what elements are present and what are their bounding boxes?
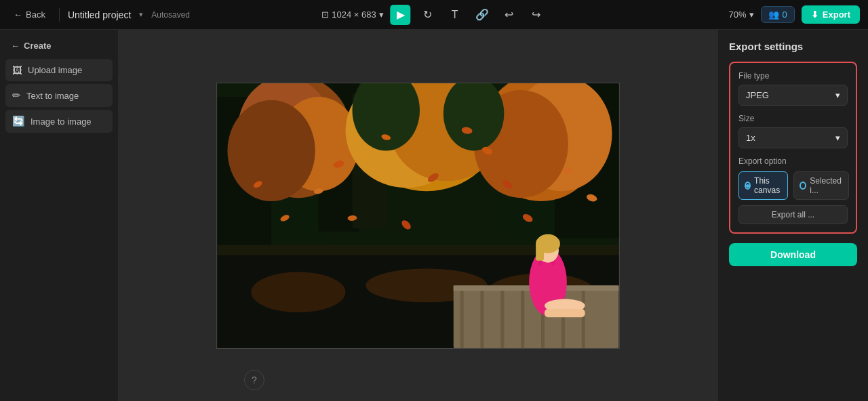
upload-image-label: Upload image — [28, 65, 82, 75]
canvas-image[interactable] — [216, 83, 620, 349]
create-back-icon: ← — [11, 41, 20, 51]
rotate-icon: ↻ — [423, 8, 432, 21]
file-type-label: File type — [738, 71, 848, 81]
sidebar: ← Create 🖼 Upload image ✏ Text to image … — [0, 30, 119, 401]
export-label: Export — [823, 9, 850, 20]
selected-label: Selected i... — [810, 176, 843, 195]
file-type-chevron-icon: ▾ — [835, 90, 840, 100]
create-label: Create — [24, 41, 51, 51]
link-icon: 🔗 — [475, 8, 489, 21]
play-tool-button[interactable]: ▶ — [391, 5, 411, 25]
resize-icon: ⊡ — [321, 9, 329, 20]
export-all-label: Export all ... — [772, 210, 814, 219]
export-option-label: Export option — [738, 156, 848, 166]
text-icon: T — [452, 9, 458, 21]
size-value: 1x — [746, 133, 755, 143]
zoom-control[interactable]: 70% ▾ — [729, 9, 754, 20]
topbar-right: 70% ▾ 👥 0 ⬇ Export — [729, 5, 860, 24]
image-to-image-label: Image to image — [31, 117, 92, 127]
collab-count: 0 — [783, 9, 787, 20]
size-label: Size — [738, 114, 848, 123]
export-button[interactable]: ⬇ Export — [802, 5, 860, 24]
autosaved-status: Autosaved — [151, 10, 190, 20]
export-panel: ➜ Export settings File type JPEG ▾ Size … — [717, 30, 868, 401]
topbar: ← Back Untitled project ▾ Autosaved ⊡ 10… — [0, 0, 868, 30]
undo-button[interactable]: ↩ — [499, 5, 519, 25]
file-type-value: JPEG — [746, 90, 769, 100]
svg-rect-27 — [460, 291, 464, 348]
canvas-svg — [217, 83, 619, 348]
text-to-image-label: Text to image — [26, 91, 79, 101]
upload-image-icon: 🖼 — [12, 64, 22, 76]
collab-icon: 👥 — [768, 9, 779, 20]
file-type-select[interactable]: JPEG ▾ — [738, 85, 848, 106]
image-to-image-icon: 🔄 — [12, 115, 25, 127]
size-chevron-icon: ▾ — [835, 133, 840, 143]
svg-rect-42 — [536, 243, 544, 260]
export-option-row: This canvas Selected i... — [738, 171, 848, 200]
size-select[interactable]: 1x ▾ — [738, 127, 848, 148]
canvas-chevron-icon: ▾ — [379, 9, 384, 20]
zoom-chevron-icon: ▾ — [749, 9, 754, 20]
rotate-tool-button[interactable]: ↻ — [418, 5, 438, 25]
export-panel-title: Export settings — [729, 41, 857, 52]
svg-rect-29 — [500, 291, 504, 348]
topbar-center: ⊡ 1024 × 683 ▾ ▶ ↻ T 🔗 ↩ ↪ — [321, 5, 546, 25]
this-canvas-radio — [745, 182, 751, 190]
svg-point-11 — [227, 100, 315, 200]
collab-button[interactable]: 👥 0 — [761, 6, 795, 23]
sidebar-section-create: ← Create — [5, 37, 113, 55]
play-icon: ▶ — [397, 8, 405, 21]
this-canvas-label: This canvas — [754, 176, 782, 195]
download-label: Download — [770, 249, 816, 260]
link-tool-button[interactable]: 🔗 — [472, 5, 492, 25]
back-label: Back — [26, 9, 45, 20]
export-settings-section: File type JPEG ▾ Size 1x ▾ Export option… — [729, 62, 857, 234]
redo-icon: ↪ — [532, 8, 540, 21]
text-to-image-icon: ✏ — [12, 89, 21, 102]
sidebar-item-image-to-image[interactable]: 🔄 Image to image — [5, 110, 113, 133]
zoom-level: 70% — [729, 9, 747, 20]
back-button[interactable]: ← Back — [8, 7, 51, 22]
svg-rect-36 — [545, 309, 585, 317]
undo-icon: ↩ — [505, 8, 513, 21]
selected-radio — [800, 182, 806, 190]
svg-point-22 — [251, 272, 345, 312]
project-name[interactable]: Untitled project — [68, 9, 131, 20]
help-icon: ? — [252, 375, 257, 385]
svg-rect-33 — [582, 291, 585, 348]
export-all-button[interactable]: Export all ... — [738, 205, 848, 224]
canvas-area[interactable]: ? — [119, 30, 717, 401]
project-chevron-icon[interactable]: ▾ — [139, 10, 143, 19]
divider — [59, 8, 60, 22]
canvas-dimensions: 1024 × 683 — [332, 9, 376, 20]
this-canvas-option[interactable]: This canvas — [738, 171, 788, 200]
svg-rect-28 — [481, 291, 484, 348]
text-tool-button[interactable]: T — [445, 5, 465, 25]
redo-button[interactable]: ↪ — [526, 5, 547, 25]
back-arrow-icon: ← — [14, 9, 22, 20]
selected-items-option[interactable]: Selected i... — [793, 171, 849, 200]
help-button[interactable]: ? — [244, 370, 264, 390]
svg-rect-30 — [521, 291, 524, 348]
sidebar-item-text-to-image[interactable]: ✏ Text to image — [5, 84, 113, 107]
download-icon: ⬇ — [811, 9, 818, 20]
sidebar-item-upload-image[interactable]: 🖼 Upload image — [5, 59, 113, 81]
main-content: ← Create 🖼 Upload image ✏ Text to image … — [0, 30, 868, 401]
canvas-size-selector[interactable]: ⊡ 1024 × 683 ▾ — [321, 9, 383, 20]
download-button[interactable]: Download — [729, 243, 857, 266]
